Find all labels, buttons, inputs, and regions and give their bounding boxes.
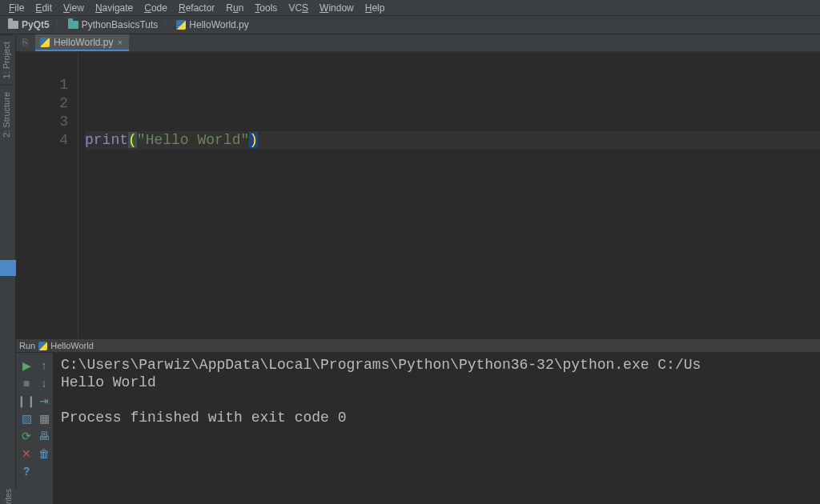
folder-icon	[8, 21, 18, 29]
run-panel-header[interactable]: Run HelloWorld	[16, 338, 820, 353]
menu-window[interactable]: Window	[314, 1, 360, 15]
menu-vcs[interactable]: VCS	[283, 1, 314, 15]
close-run-button[interactable]: ✕	[19, 447, 34, 460]
down-stack-button[interactable]: ↓	[37, 377, 51, 390]
main-menu-bar: File Edit View Navigate Code Refactor Ru…	[0, 0, 820, 16]
breadcrumb-file-label: HelloWorld.py	[189, 19, 248, 30]
code-token: )	[249, 132, 258, 148]
soft-wrap-toggle[interactable]: ⇥	[37, 394, 51, 407]
menu-run[interactable]: Run	[220, 1, 249, 15]
breadcrumb-folder[interactable]: PythonBasicsTuts	[65, 19, 162, 30]
menu-file[interactable]: File	[3, 1, 30, 15]
rerun-button[interactable]: ▶	[19, 359, 34, 372]
breadcrumb-project-label: PyQt5	[22, 19, 50, 30]
folder-icon	[68, 21, 78, 29]
code-token: (	[128, 132, 137, 148]
scroll-marker	[0, 260, 16, 276]
trash-button[interactable]: 🗑	[37, 447, 51, 460]
show-project-icon[interactable]: ⎘	[22, 37, 32, 48]
editor-tab-label: HelloWorld.py	[54, 37, 113, 48]
toolwindow-tab-project[interactable]: 1: Project	[0, 34, 13, 85]
editor-tab-row: ⎘ HelloWorld.py ×	[16, 34, 820, 52]
editor-area: ⎘ HelloWorld.py × 1 2 3 4 print("Hello W…	[16, 34, 820, 338]
menu-view[interactable]: View	[58, 1, 90, 15]
stop-button[interactable]: ■	[19, 377, 34, 390]
breadcrumb-folder-label: PythonBasicsTuts	[82, 19, 159, 30]
line-number: 1	[16, 76, 68, 94]
navigation-bar: PyQt5 〉 PythonBasicsTuts 〉 HelloWorld.py	[0, 16, 820, 34]
run-config-name: HelloWorld	[50, 341, 94, 350]
breadcrumb-separator: 〉	[163, 19, 171, 31]
print-button[interactable]: 🖶	[37, 430, 51, 442]
toggle-output-button[interactable]: ▧	[19, 412, 34, 425]
code-editor[interactable]: print("Hello World")	[78, 52, 820, 338]
breadcrumb-file[interactable]: HelloWorld.py	[173, 19, 251, 30]
close-icon[interactable]: ×	[117, 38, 122, 47]
restart-button[interactable]: ⟳	[19, 430, 34, 442]
line-number: 3	[16, 113, 68, 131]
console-output[interactable]: C:\Users\Parwiz\AppData\Local\Programs\P…	[53, 353, 820, 504]
help-button[interactable]: ?	[19, 465, 34, 478]
scroll-to-end-button[interactable]: ▦	[37, 412, 51, 425]
breadcrumb-separator: 〉	[54, 19, 63, 31]
editor-tab-active[interactable]: HelloWorld.py ×	[35, 34, 129, 51]
line-number: 4	[16, 131, 68, 150]
menu-edit[interactable]: Edit	[30, 1, 58, 15]
python-file-icon	[176, 20, 186, 30]
menu-refactor[interactable]: Refactor	[173, 1, 220, 15]
run-panel: Run HelloWorld ▶ ↑ ■ ↓ ❙❙ ⇥ ▧ ▦ ⟳ 🖶 ✕ 🗑 …	[16, 338, 820, 504]
run-title: Run	[19, 341, 35, 350]
run-toolbar: ▶ ↑ ■ ↓ ❙❙ ⇥ ▧ ▦ ⟳ 🖶 ✕ 🗑 ?	[16, 353, 53, 504]
breadcrumb-project[interactable]: PyQt5	[5, 19, 53, 30]
toolwindow-tab-structure[interactable]: 2: Structure	[0, 85, 13, 144]
run-panel-body: ▶ ↑ ■ ↓ ❙❙ ⇥ ▧ ▦ ⟳ 🖶 ✕ 🗑 ? C:\Users\Parw…	[16, 353, 820, 504]
menu-navigate[interactable]: Navigate	[90, 1, 139, 15]
editor-body[interactable]: 1 2 3 4 print("Hello World")	[16, 52, 820, 338]
menu-help[interactable]: Help	[360, 1, 391, 15]
menu-tools[interactable]: Tools	[249, 1, 283, 15]
toolwindow-tab-favorites[interactable]: rites	[0, 490, 16, 504]
line-number: 2	[16, 94, 68, 113]
pause-button[interactable]: ❙❙	[19, 394, 34, 407]
python-file-icon	[40, 38, 50, 47]
code-token: "Hello World"	[137, 132, 249, 148]
code-token: print	[85, 132, 128, 148]
editor-gutter: 1 2 3 4	[16, 52, 78, 338]
python-file-icon	[38, 342, 47, 350]
up-stack-button[interactable]: ↑	[37, 359, 51, 372]
menu-code[interactable]: Code	[139, 1, 173, 15]
